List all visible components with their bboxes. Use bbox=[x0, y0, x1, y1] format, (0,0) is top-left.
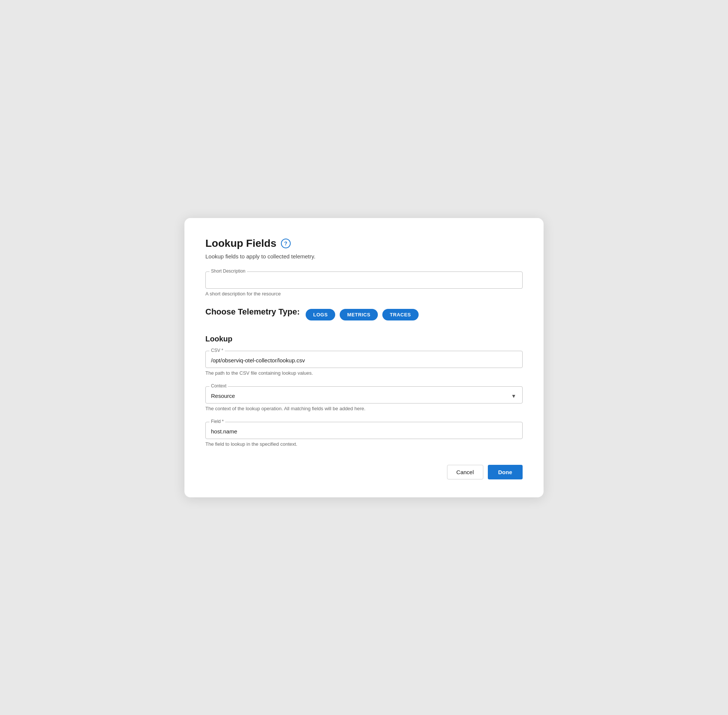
field-hint: The field to lookup in the specified con… bbox=[205, 441, 523, 447]
csv-wrapper: CSV * bbox=[205, 351, 523, 368]
modal-subtitle: Lookup fields to apply to collected tele… bbox=[205, 253, 523, 259]
telemetry-type-label: Choose Telemetry Type: bbox=[205, 307, 300, 317]
short-description-label: Short Description bbox=[210, 269, 247, 274]
lookup-fields-modal: Lookup Fields ? Lookup fields to apply t… bbox=[184, 218, 544, 497]
csv-input[interactable] bbox=[211, 357, 517, 364]
cancel-button[interactable]: Cancel bbox=[447, 465, 483, 480]
telemetry-btn-traces[interactable]: TRACES bbox=[382, 309, 418, 320]
done-button[interactable]: Done bbox=[488, 465, 523, 480]
csv-label: CSV * bbox=[210, 348, 225, 353]
short-description-group: Short Description A short description fo… bbox=[205, 272, 523, 297]
telemetry-buttons: LOGS METRICS TRACES bbox=[306, 309, 418, 320]
field-wrapper: Field * bbox=[205, 422, 523, 439]
context-select-wrapper: Resource Attributes Body ▼ bbox=[211, 393, 517, 400]
help-icon[interactable]: ? bbox=[281, 238, 291, 248]
field-field-group: Field * The field to lookup in the speci… bbox=[205, 422, 523, 447]
csv-hint: The path to the CSV file containing look… bbox=[205, 370, 523, 376]
short-description-hint: A short description for the resource bbox=[205, 291, 523, 297]
context-hint: The context of the lookup operation. All… bbox=[205, 406, 523, 411]
short-description-wrapper: Short Description bbox=[205, 272, 523, 289]
context-field-group: Context Resource Attributes Body ▼ The c… bbox=[205, 386, 523, 411]
modal-header: Lookup Fields ? bbox=[205, 237, 523, 249]
csv-field-group: CSV * The path to the CSV file containin… bbox=[205, 351, 523, 376]
context-select[interactable]: Resource Attributes Body bbox=[211, 393, 517, 399]
lookup-section-title: Lookup bbox=[205, 335, 523, 343]
modal-title: Lookup Fields bbox=[205, 237, 276, 249]
field-input[interactable] bbox=[211, 428, 517, 434]
short-description-input[interactable] bbox=[211, 278, 517, 284]
field-label: Field * bbox=[210, 419, 225, 424]
telemetry-btn-metrics[interactable]: METRICS bbox=[340, 309, 378, 320]
context-wrapper: Context Resource Attributes Body ▼ bbox=[205, 386, 523, 403]
modal-footer: Cancel Done bbox=[205, 465, 523, 480]
lookup-section: Lookup CSV * The path to the CSV file co… bbox=[205, 335, 523, 447]
telemetry-btn-logs[interactable]: LOGS bbox=[306, 309, 335, 320]
telemetry-type-row: Choose Telemetry Type: LOGS METRICS TRAC… bbox=[205, 307, 523, 323]
context-label: Context bbox=[210, 383, 228, 389]
